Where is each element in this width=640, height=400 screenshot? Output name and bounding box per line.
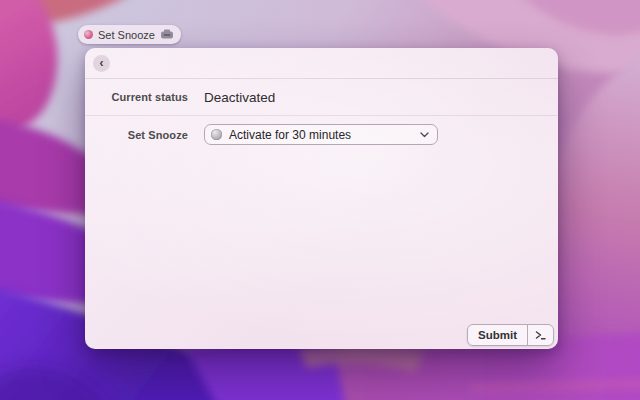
globe-icon [211, 129, 222, 140]
current-status-value: Deactivated [204, 90, 275, 105]
snooze-duration-dropdown[interactable]: Activate for 30 minutes [204, 124, 438, 145]
chip-label: Set Snooze [98, 29, 155, 41]
current-status-row: Current status Deactivated [85, 79, 558, 116]
chevron-left-icon: ‹ [100, 57, 104, 69]
submit-button[interactable]: Submit [467, 324, 554, 346]
printer-icon [160, 29, 174, 40]
chevron-down-icon [420, 132, 429, 138]
set-snooze-row: Set Snooze Activate for 30 minutes [85, 124, 558, 145]
back-button[interactable]: ‹ [93, 55, 110, 72]
set-snooze-label: Set Snooze [85, 129, 188, 141]
set-snooze-window: ‹ Current status Deactivated Set Snooze … [85, 48, 558, 349]
set-snooze-chip[interactable]: Set Snooze [78, 25, 181, 44]
terminal-prompt-icon [528, 325, 553, 345]
window-toolbar: ‹ [85, 48, 558, 79]
snooze-duration-value: Activate for 30 minutes [229, 128, 420, 142]
app-dot-icon [84, 30, 93, 39]
current-status-label: Current status [85, 91, 188, 103]
submit-label: Submit [468, 325, 527, 345]
